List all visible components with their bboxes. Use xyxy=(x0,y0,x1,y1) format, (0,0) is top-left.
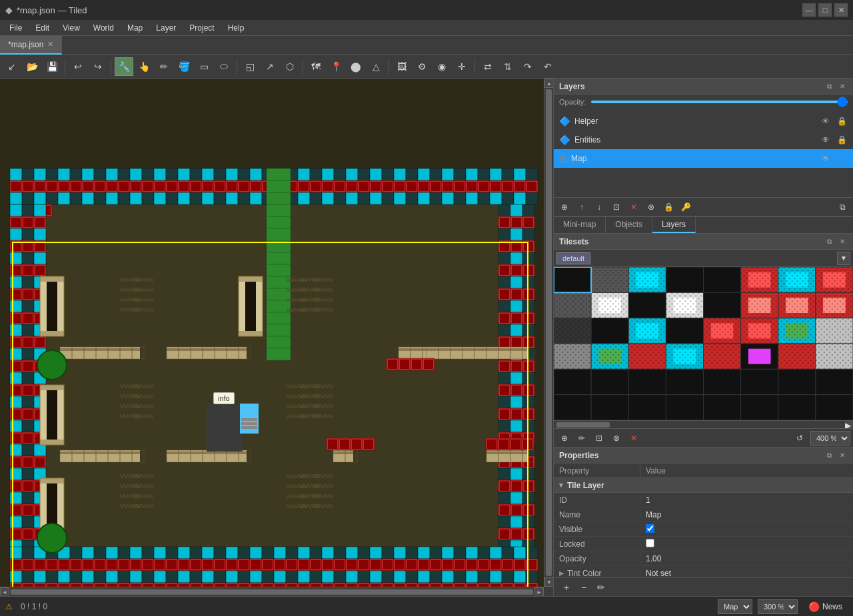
erase-tool[interactable]: ✏ xyxy=(155,57,173,76)
prop-value-locked[interactable] xyxy=(640,539,853,549)
layer-map-lock[interactable] xyxy=(836,153,848,164)
new-button[interactable]: ↙ xyxy=(3,57,21,76)
tilesets-dropdown-btn[interactable]: ▼ xyxy=(837,252,850,265)
layer-copy-btn[interactable]: ⊡ xyxy=(608,200,624,214)
add-layer-btn[interactable]: ⊕ xyxy=(556,200,572,214)
redo-button[interactable]: ↪ xyxy=(89,57,107,76)
tileset-zoom-select[interactable]: 400 % 200 % 100 % xyxy=(810,431,850,446)
layer-down-btn[interactable]: ↓ xyxy=(591,200,607,214)
tileset-edit-btn[interactable]: ✏ xyxy=(574,431,590,446)
menu-help[interactable]: Help xyxy=(221,22,251,34)
menu-edit[interactable]: Edit xyxy=(29,22,56,34)
tileset-viewport[interactable] xyxy=(554,267,853,420)
rect-select-tool[interactable]: ▭ xyxy=(195,57,213,76)
flip-h-btn[interactable]: ⇄ xyxy=(478,57,497,76)
opacity-slider[interactable] xyxy=(591,101,848,103)
map-hscroll[interactable]: ◄ ► xyxy=(0,587,544,596)
select2-tool[interactable]: ◱ xyxy=(241,57,259,76)
layer-props-btn[interactable]: 🔒 xyxy=(660,200,676,214)
layer-helper-vis[interactable]: 👁 xyxy=(820,115,832,127)
status-map-select[interactable]: Map xyxy=(718,599,752,614)
status-zoom-select[interactable]: 300 % 200 % 100 % xyxy=(758,599,798,614)
vscroll-up-btn[interactable]: ▲ xyxy=(544,79,553,88)
map-canvas[interactable]: info xyxy=(0,79,544,587)
tileset-scroll-thumb[interactable] xyxy=(556,422,610,428)
save-button[interactable]: 💾 xyxy=(43,57,61,76)
tab-map-json[interactable]: *map.json ✕ xyxy=(0,36,62,55)
undo-button[interactable]: ↩ xyxy=(69,57,87,76)
properties-detach-btn[interactable]: ⧉ xyxy=(824,450,834,461)
properties-close-btn[interactable]: ✕ xyxy=(837,450,848,461)
hscroll-thumb[interactable] xyxy=(11,589,533,595)
tab-minimap[interactable]: Mini-map xyxy=(554,217,606,233)
layer-entities-vis[interactable]: 👁 xyxy=(820,134,832,146)
menu-file[interactable]: File xyxy=(3,22,29,34)
layers-close-btn[interactable]: ✕ xyxy=(837,81,848,92)
snap2-btn[interactable]: ✛ xyxy=(452,57,471,76)
tileset-add-btn[interactable]: ⊕ xyxy=(556,431,572,446)
close-button[interactable]: ✕ xyxy=(834,3,848,17)
flip-v-btn[interactable]: ⇅ xyxy=(498,57,517,76)
minimize-button[interactable]: — xyxy=(802,3,816,17)
prop-value-visible[interactable] xyxy=(640,524,853,535)
remove-prop-btn[interactable]: − xyxy=(576,580,591,595)
add-prop-btn[interactable]: + xyxy=(559,580,574,595)
layer-helper-lock[interactable]: 🔒 xyxy=(836,115,848,127)
circle-btn[interactable]: ⬤ xyxy=(347,57,365,76)
layer-item-helper[interactable]: 🔷 Helper 👁 🔒 xyxy=(554,112,853,131)
rot-l-btn[interactable]: ↶ xyxy=(538,57,557,76)
tileset-delete-btn[interactable]: ✕ xyxy=(626,431,642,446)
layers-detach2-btn[interactable]: ⧉ xyxy=(834,200,850,214)
fill-tool[interactable]: 🪣 xyxy=(175,57,193,76)
vscroll-thumb[interactable] xyxy=(546,89,552,576)
hscroll-right-btn[interactable]: ► xyxy=(534,587,544,596)
vscroll-down-btn[interactable]: ▼ xyxy=(544,577,553,587)
edit-prop-btn[interactable]: ✏ xyxy=(594,580,608,595)
triangle-btn[interactable]: △ xyxy=(367,57,385,76)
prop-section-tile-layer[interactable]: ▼ Tile Layer xyxy=(554,478,853,493)
tab-layers[interactable]: Layers xyxy=(652,217,696,233)
tilesets-detach-btn[interactable]: ⧉ xyxy=(824,236,834,247)
news-button[interactable]: 🔴 News xyxy=(803,600,848,613)
hscroll-left-btn[interactable]: ◄ xyxy=(0,587,9,596)
tileset-tab-default[interactable]: default xyxy=(556,252,590,264)
menu-world[interactable]: World xyxy=(87,22,121,34)
menu-view[interactable]: View xyxy=(56,22,87,34)
prop-value-tint-color[interactable]: Not set xyxy=(640,569,853,578)
ellipse-tool[interactable]: ⬭ xyxy=(215,57,233,76)
pin-btn[interactable]: 📍 xyxy=(327,57,345,76)
tab-close-button[interactable]: ✕ xyxy=(47,40,53,49)
maximize-button[interactable]: □ xyxy=(818,3,832,17)
tileset-zoom-reset-btn[interactable]: ↺ xyxy=(792,431,808,446)
tileset-copy-btn[interactable]: ⊡ xyxy=(591,431,607,446)
section-toggle-icon[interactable]: ▼ xyxy=(558,481,564,489)
stamp-tool[interactable]: 🔧 xyxy=(115,57,133,76)
tileset-embed-btn[interactable]: ⊗ xyxy=(608,431,624,446)
move-tool[interactable]: ↗ xyxy=(261,57,279,76)
map-vscroll[interactable]: ▲ ▼ xyxy=(544,79,553,587)
prop-value-id[interactable]: 1 xyxy=(640,495,853,505)
map-btn[interactable]: 🗺 xyxy=(307,57,325,76)
tint-expand-icon[interactable]: ▶ xyxy=(559,569,564,577)
layer-delete-btn[interactable]: ✕ xyxy=(626,200,642,214)
locked-checkbox[interactable] xyxy=(646,539,654,547)
layer-lock-all-btn[interactable]: 🔑 xyxy=(678,200,694,214)
poly-tool[interactable]: ⬡ xyxy=(281,57,299,76)
layer-item-entities[interactable]: 🔷 Entities 👁 🔒 xyxy=(554,131,853,149)
menu-map[interactable]: Map xyxy=(121,22,149,34)
settings-btn[interactable]: ⚙ xyxy=(413,57,431,76)
img-btn[interactable]: 🖼 xyxy=(393,57,411,76)
tileset-hscroll[interactable]: ▶ xyxy=(554,420,853,428)
prop-value-name[interactable]: Map xyxy=(640,510,853,519)
menu-layer[interactable]: Layer xyxy=(149,22,183,34)
menu-project[interactable]: Project xyxy=(183,22,221,34)
layer-map-vis[interactable]: 👁 xyxy=(820,153,832,164)
rot-r-btn[interactable]: ↷ xyxy=(518,57,537,76)
layer-entities-lock[interactable]: 🔒 xyxy=(836,134,848,146)
layer-item-map[interactable]: ⊞ Map 👁 xyxy=(554,149,853,168)
select-tool[interactable]: 👆 xyxy=(135,57,153,76)
layer-merge-btn[interactable]: ⊗ xyxy=(643,200,659,214)
prop-value-opacity[interactable]: 1.00 xyxy=(640,554,853,563)
tab-objects[interactable]: Objects xyxy=(606,217,652,233)
open-button[interactable]: 📂 xyxy=(23,57,41,76)
